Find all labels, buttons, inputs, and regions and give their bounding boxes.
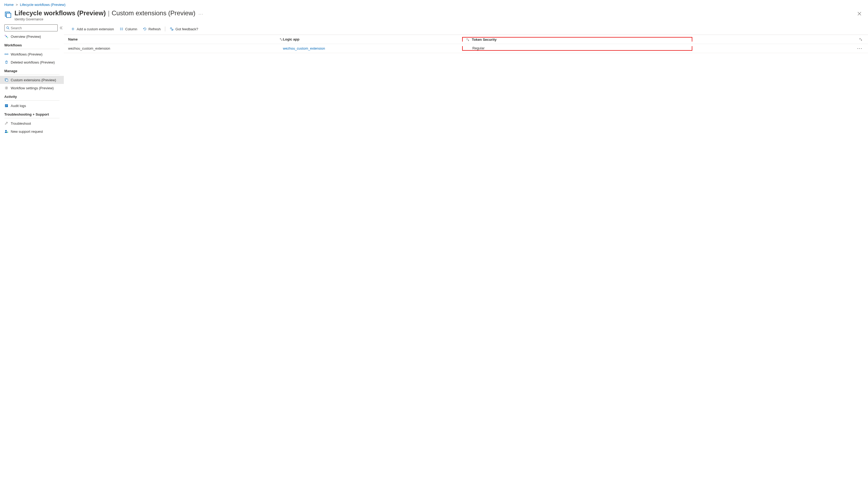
sidebar-item-label: Overview (Preview) (11, 35, 41, 39)
overview-icon (4, 34, 8, 39)
sidebar: Overview (Preview) Workflows Workflows (… (0, 23, 64, 494)
sidebar-section-workflows: Workflows (0, 40, 64, 48)
svg-rect-7 (5, 54, 6, 55)
page-header: Lifecycle workflows (Preview) | Custom e… (0, 10, 868, 23)
feedback-button[interactable]: Got feedback? (167, 25, 201, 33)
page-title: Lifecycle workflows (Preview) (15, 10, 106, 17)
search-icon (6, 26, 10, 30)
feedback-icon (170, 27, 174, 31)
svg-point-6 (7, 37, 8, 38)
sidebar-section-manage: Manage (0, 66, 64, 74)
plus-icon (71, 27, 75, 31)
sidebar-item-label: New support request (11, 130, 43, 134)
svg-rect-11 (6, 79, 8, 81)
sidebar-item-label: Workflows (Preview) (11, 52, 42, 56)
column-button[interactable]: Column (117, 25, 140, 33)
breadcrumb: Home > Lifecycle workflows (Preview) (0, 0, 868, 10)
sidebar-search[interactable] (4, 24, 58, 31)
sidebar-section-activity: Activity (0, 92, 64, 100)
sidebar-item-label: Deleted workflows (Preview) (11, 60, 55, 64)
page-section: Custom extensions (Preview) (112, 10, 195, 17)
main-content: Add a custom extension Column Refresh Go… (64, 23, 868, 494)
collapse-sidebar-button[interactable] (59, 25, 63, 31)
column-label: Token Security (472, 38, 496, 42)
cell-actions: ··· (688, 46, 864, 51)
button-label: Got feedback? (175, 27, 198, 31)
sidebar-item-workflow-settings[interactable]: Workflow settings (Preview) (0, 84, 64, 92)
column-header-token-security[interactable]: Token Security (466, 37, 688, 42)
toolbar: Add a custom extension Column Refresh Go… (64, 23, 868, 35)
logic-app-link[interactable]: wezhou_custom_extension (283, 46, 325, 51)
sidebar-item-troubleshoot[interactable]: Troubleshoot (0, 119, 64, 127)
svg-line-3 (8, 28, 9, 29)
wrench-icon (4, 121, 8, 126)
breadcrumb-home[interactable]: Home (4, 3, 14, 7)
sidebar-item-label: Troubleshoot (11, 121, 31, 126)
columns-icon (119, 27, 124, 31)
sort-icon (466, 38, 470, 42)
cell-name: wezhou_custom_extension (68, 46, 283, 51)
title-separator: | (108, 10, 110, 17)
column-header-logic-app[interactable]: Logic app (283, 37, 466, 41)
divider (4, 49, 59, 49)
gear-icon (4, 86, 8, 90)
divider (4, 118, 59, 118)
sidebar-item-workflows[interactable]: Workflows (Preview) (0, 50, 64, 58)
svg-rect-8 (7, 54, 8, 55)
sidebar-search-input[interactable] (11, 26, 56, 30)
extensions-table: Name Logic app Token Security (64, 35, 868, 494)
column-label: Logic app (283, 37, 299, 41)
svg-rect-1 (6, 13, 11, 17)
extension-icon (4, 78, 8, 82)
resource-icon (4, 11, 12, 19)
button-label: Column (125, 27, 137, 31)
toolbar-separator (165, 26, 165, 31)
table-row[interactable]: wezhou_custom_extension wezhou_custom_ex… (64, 44, 868, 53)
sort-icon (859, 38, 863, 41)
svg-point-17 (5, 130, 7, 131)
sidebar-item-label: Workflow settings (Preview) (11, 86, 54, 90)
sidebar-item-overview[interactable]: Overview (Preview) (0, 33, 64, 40)
button-label: Refresh (149, 27, 161, 31)
button-label: Add a custom extension (77, 27, 114, 31)
sort-icon (279, 38, 283, 41)
column-header-actions (688, 38, 864, 41)
trash-icon (4, 60, 8, 64)
log-icon (4, 103, 8, 108)
close-icon (857, 12, 861, 16)
svg-point-2 (7, 26, 8, 28)
add-custom-extension-button[interactable]: Add a custom extension (68, 25, 117, 33)
breadcrumb-separator: > (16, 3, 18, 7)
svg-point-25 (170, 27, 172, 29)
sidebar-item-new-support-request[interactable]: New support request (0, 127, 64, 135)
close-button[interactable] (855, 10, 864, 18)
table-header-row: Name Logic app Token Security (64, 35, 868, 44)
svg-point-5 (5, 35, 6, 36)
title-more-button[interactable]: ··· (197, 12, 204, 16)
chevron-double-left-icon (59, 26, 63, 30)
sidebar-section-support: Troubleshooting + Support (0, 110, 64, 117)
cell-logic-app: wezhou_custom_extension (283, 46, 466, 51)
column-header-name[interactable]: Name (68, 37, 283, 41)
cell-token-security: Regular (466, 46, 688, 51)
token-security-value: Regular (472, 46, 485, 50)
sidebar-item-audit-logs[interactable]: Audit logs (0, 102, 64, 110)
workflow-icon (4, 52, 8, 56)
page-subtitle: Identity Governance (15, 17, 855, 21)
sidebar-item-label: Custom extensions (Preview) (11, 78, 56, 82)
extension-name: wezhou_custom_extension (68, 46, 110, 51)
breadcrumb-current[interactable]: Lifecycle workflows (Preview) (20, 3, 65, 7)
divider (4, 75, 59, 75)
refresh-button[interactable]: Refresh (140, 25, 164, 33)
svg-point-4 (6, 36, 7, 37)
column-label: Name (68, 37, 77, 41)
refresh-icon (143, 27, 147, 31)
svg-point-12 (6, 87, 7, 89)
support-icon (4, 129, 8, 134)
svg-point-18 (7, 131, 8, 132)
sidebar-item-custom-extensions[interactable]: Custom extensions (Preview) (0, 76, 64, 84)
sidebar-item-deleted-workflows[interactable]: Deleted workflows (Preview) (0, 58, 64, 66)
row-menu-button[interactable]: ··· (857, 46, 863, 51)
sidebar-item-label: Audit logs (11, 104, 26, 108)
